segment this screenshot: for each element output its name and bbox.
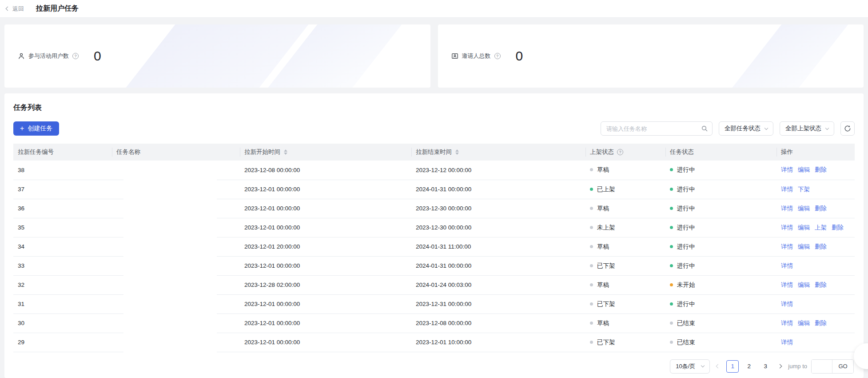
action-link[interactable]: 详情 — [781, 301, 793, 307]
cell-shelf-status: 草稿 — [585, 161, 665, 180]
action-link[interactable]: 详情 — [781, 243, 793, 250]
cell-task-status: 进行中 — [665, 180, 776, 199]
cell-start-time: 2023-12-01 00:00:00 — [240, 180, 411, 199]
question-circle-icon[interactable]: ? — [617, 149, 623, 155]
column-header-5: 上架状态? — [585, 144, 665, 161]
cell-shelf-status: 草稿 — [585, 314, 665, 333]
question-circle-icon[interactable]: ? — [72, 53, 79, 59]
status-dot — [670, 207, 673, 210]
prev-page-button[interactable] — [714, 363, 722, 370]
refresh-icon — [844, 125, 851, 132]
action-link[interactable]: 删除 — [832, 224, 844, 231]
cell-start-time: 2023-12-01 20:00:00 — [240, 237, 411, 256]
cell-task-status: 进行中 — [665, 199, 776, 218]
action-link[interactable]: 删除 — [815, 281, 827, 288]
table-row: 332023-12-01 00:00:002024-01-31 00:00:00… — [13, 256, 855, 275]
status-label: 进行中 — [677, 205, 695, 212]
next-page-button[interactable] — [776, 363, 784, 370]
cell-task-id: 29 — [13, 333, 112, 352]
plus-icon: + — [20, 125, 24, 132]
cell-task-name — [112, 199, 240, 218]
cell-task-name — [112, 161, 240, 180]
cell-start-time: 2023-12-01 00:00:00 — [240, 218, 411, 237]
jump-page-input[interactable] — [812, 360, 832, 373]
stat-value: 0 — [516, 48, 523, 64]
cell-actions: 详情 — [776, 256, 855, 275]
page-size-select[interactable]: 10条/页 — [670, 359, 710, 374]
table-row: 292023-12-01 00:00:002023-12-01 10:00:00… — [13, 333, 855, 352]
action-link[interactable]: 详情 — [781, 339, 793, 346]
cell-actions: 详情 — [776, 333, 855, 352]
action-link[interactable]: 详情 — [781, 262, 793, 269]
cell-task-id: 35 — [13, 218, 112, 237]
action-link[interactable]: 编辑 — [798, 166, 810, 173]
action-link[interactable]: 删除 — [815, 243, 827, 250]
sort-icon[interactable] — [455, 149, 459, 155]
go-button[interactable]: GO — [832, 360, 853, 373]
action-link[interactable]: 详情 — [781, 320, 793, 326]
column-label: 拉新结束时间 — [416, 149, 452, 155]
cell-task-status: 已结束 — [665, 333, 776, 352]
status-label: 进行中 — [677, 224, 695, 231]
shelf-status-filter[interactable]: 全部上架状态 — [780, 121, 834, 136]
column-label: 拉新开始时间 — [244, 149, 280, 155]
status-dot — [590, 226, 593, 229]
cell-shelf-status: 已下架 — [585, 333, 665, 352]
page-button-1[interactable]: 1 — [726, 360, 739, 373]
action-link[interactable]: 编辑 — [798, 205, 810, 212]
page-button-3[interactable]: 3 — [759, 360, 772, 373]
status-label: 已下架 — [597, 301, 615, 307]
cell-actions: 详情编辑删除 — [776, 199, 855, 218]
cell-end-time: 2024-01-24 00:03:00 — [411, 275, 585, 294]
sort-icon[interactable] — [284, 149, 287, 155]
action-link[interactable]: 删除 — [815, 320, 827, 326]
question-circle-icon[interactable]: ? — [494, 53, 501, 59]
status-dot — [670, 168, 673, 171]
cell-actions: 详情编辑上架删除 — [776, 218, 855, 237]
cell-actions: 详情编辑删除 — [776, 237, 855, 256]
chevron-down-icon — [764, 126, 768, 129]
action-link[interactable]: 编辑 — [798, 281, 810, 288]
table-row: 352023-12-01 00:00:002023-12-30 00:00:00… — [13, 218, 855, 237]
column-header-1: 拉新任务编号 — [13, 144, 112, 161]
cell-actions: 详情下架 — [776, 180, 855, 199]
action-link[interactable]: 下架 — [798, 186, 810, 193]
status-label: 草稿 — [597, 320, 609, 326]
status-dot — [590, 264, 593, 267]
action-link[interactable]: 详情 — [781, 224, 793, 231]
action-link[interactable]: 删除 — [815, 205, 827, 212]
column-label: 任务状态 — [670, 149, 694, 155]
column-header-7: 操作 — [776, 144, 855, 161]
create-task-button[interactable]: + 创建任务 — [13, 121, 59, 136]
invite-card-icon — [451, 52, 458, 60]
cell-shelf-status: 草稿 — [585, 199, 665, 218]
action-link[interactable]: 编辑 — [798, 320, 810, 326]
status-label: 进行中 — [677, 186, 695, 193]
action-link[interactable]: 详情 — [781, 186, 793, 193]
create-task-label: 创建任务 — [28, 125, 52, 133]
page-button-2[interactable]: 2 — [743, 360, 755, 373]
search-input[interactable] — [601, 121, 713, 136]
status-label: 已结束 — [677, 339, 695, 346]
action-link[interactable]: 详情 — [781, 205, 793, 212]
search-icon[interactable] — [701, 125, 708, 132]
task-status-filter[interactable]: 全部任务状态 — [719, 121, 773, 136]
action-link[interactable]: 编辑 — [798, 224, 810, 231]
action-link[interactable]: 删除 — [815, 166, 827, 173]
cell-task-id: 32 — [13, 275, 112, 294]
column-header-3[interactable]: 拉新开始时间 — [240, 144, 411, 161]
action-link[interactable]: 上架 — [815, 224, 827, 231]
cell-task-id: 30 — [13, 314, 112, 333]
status-dot — [590, 168, 593, 171]
action-link[interactable]: 编辑 — [798, 243, 810, 250]
cell-actions: 详情编辑删除 — [776, 275, 855, 294]
column-header-4[interactable]: 拉新结束时间 — [411, 144, 585, 161]
back-button[interactable]: 返回 — [6, 5, 24, 13]
cell-end-time: 2024-01-31 00:00:00 — [411, 180, 585, 199]
page-title: 拉新用户任务 — [36, 4, 79, 13]
refresh-button[interactable] — [840, 121, 855, 136]
task-status-filter-value: 全部任务状态 — [725, 125, 760, 133]
action-link[interactable]: 详情 — [781, 166, 793, 173]
stat-label: 参与活动用户数 — [28, 52, 69, 60]
action-link[interactable]: 详情 — [781, 281, 793, 288]
